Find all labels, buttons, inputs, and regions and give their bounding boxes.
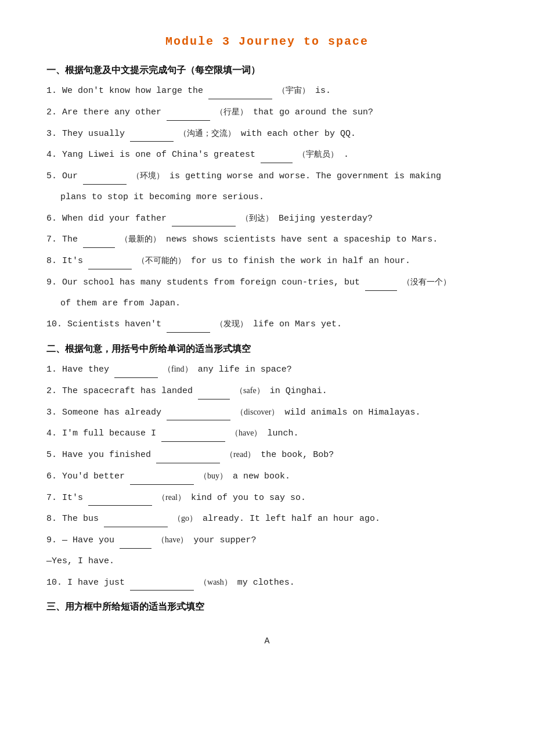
q1-8-num: 8. It's	[46, 256, 88, 266]
q1-8-hint: （不可能的）	[137, 256, 186, 265]
q2-7-blank[interactable]	[88, 489, 152, 506]
q1-3-num: 3. They usually	[46, 129, 130, 139]
q1-4-blank[interactable]	[261, 146, 293, 163]
q1-6-after: Beijing yesterday?	[279, 214, 373, 224]
q1-6-num: 6. When did your father	[46, 214, 167, 224]
q2-4-after: lunch.	[268, 429, 299, 438]
q1-8: 8. It's （不可能的） for us to finish the work…	[46, 253, 488, 269]
q2-3: 3. Someone has already （discover） wild a…	[46, 404, 488, 421]
q1-8-blank[interactable]	[88, 253, 132, 269]
q1-7-blank[interactable]	[83, 231, 115, 248]
q1-2: 2. Are there any other （行星） that go arou…	[46, 104, 488, 121]
q2-8-after: already. It left half an hour ago.	[203, 514, 380, 524]
q1-1-hint: （宇宙）	[277, 86, 310, 95]
q2-9-blank[interactable]	[120, 532, 151, 549]
q1-5-num: 5. Our	[46, 171, 83, 181]
q1-10-num: 10. Scientists haven't	[46, 319, 167, 329]
q2-3-blank[interactable]	[167, 404, 230, 421]
section1-questions: 1. We don't know how large the （宇宙） is. …	[46, 82, 488, 333]
q2-10: 10. I have just （wash） my clothes.	[46, 574, 488, 591]
q1-9: 9. Our school has many students from for…	[46, 274, 488, 291]
q2-7-text: 7. It's	[46, 493, 88, 503]
q2-6-text: 6. You'd better	[46, 471, 130, 481]
q1-1-after: is.	[315, 86, 331, 96]
q2-6-blank[interactable]	[130, 468, 194, 485]
section1-header: 一、根据句意及中文提示完成句子（每空限填一词）	[46, 64, 488, 77]
q1-3-after: with each other by QQ.	[241, 129, 356, 139]
q2-8: 8. The bus （go） already. It left half an…	[46, 510, 488, 527]
q1-10-blank[interactable]	[167, 316, 210, 333]
q1-9-cont: of them are from Japan.	[60, 296, 488, 312]
q2-5-text: 5. Have you finished	[46, 450, 156, 460]
q2-9-hint: （have）	[157, 535, 188, 544]
section2-header: 二、根据句意，用括号中所给单词的适当形式填空	[46, 343, 488, 355]
q1-10-after: life on Mars yet.	[253, 319, 342, 329]
q2-5: 5. Have you finished （read） the book, Bo…	[46, 447, 488, 463]
section3-header: 三、用方框中所给短语的适当形式填空	[46, 601, 488, 613]
q1-10: 10. Scientists haven't （发现） life on Mars…	[46, 316, 488, 333]
q1-4-hint: （宇航员）	[298, 150, 338, 159]
page-footer: A	[46, 636, 488, 646]
q1-3: 3. They usually （沟通；交流） with each other …	[46, 125, 488, 142]
q2-1-text: 1. Have they	[46, 365, 114, 375]
page-title: Module 3 Journey to space	[46, 35, 488, 48]
q1-8-after: for us to finish the work in half an hou…	[191, 256, 410, 266]
q2-7: 7. It's （real） kind of you to say so.	[46, 489, 488, 506]
q2-9b-text: —Yes, I have.	[46, 556, 114, 566]
q2-1-after: any life in space?	[198, 365, 292, 375]
q2-10-after: my clothes.	[237, 578, 295, 588]
q2-8-hint: （go）	[173, 514, 197, 523]
q1-2-hint: （行星）	[215, 107, 248, 116]
q1-9-num: 9. Our school has many students from for…	[46, 278, 360, 287]
q2-3-after: wild animals on Himalayas.	[285, 408, 421, 417]
q2-5-blank[interactable]	[156, 447, 220, 463]
q1-6-hint: （到达）	[241, 214, 273, 222]
q2-9-text: 9. — Have you	[46, 535, 120, 545]
q1-3-blank[interactable]	[130, 125, 174, 142]
q2-2-hint: （safe）	[235, 386, 265, 395]
q2-2-after: in Qinghai.	[270, 386, 327, 396]
q2-4: 4. I'm full because I （have） lunch.	[46, 425, 488, 442]
q1-5-blank[interactable]	[83, 168, 127, 185]
q1-7: 7. The （最新的） news shows scientists have …	[46, 231, 488, 248]
q2-6: 6. You'd better （buy） a new book.	[46, 468, 488, 485]
q2-1-hint: （find）	[163, 365, 193, 373]
q1-5: 5. Our （环境） is getting worse and worse. …	[46, 168, 488, 185]
q2-7-after: kind of you to say so.	[191, 493, 306, 503]
q1-9-hint: （没有一个）	[402, 278, 451, 286]
q1-1: 1. We don't know how large the （宇宙） is.	[46, 82, 488, 99]
q2-6-hint: （buy）	[199, 471, 228, 480]
q2-4-text: 4. I'm full because I	[46, 429, 161, 438]
q2-10-hint: （wash）	[199, 578, 232, 586]
q2-1-blank[interactable]	[114, 361, 158, 378]
q2-8-blank[interactable]	[104, 510, 168, 527]
q1-5-cont: plans to stop it becoming more serious.	[60, 189, 488, 206]
q2-3-hint: （discover）	[236, 408, 279, 416]
q1-5-after: is getting worse and worse. The governme…	[169, 171, 441, 181]
q1-4-num: 4. Yang Liwei is one of China's greatest	[46, 150, 261, 160]
q1-6: 6. When did your father （到达） Beijing yes…	[46, 210, 488, 227]
q1-6-blank[interactable]	[172, 210, 236, 227]
section2-questions: 1. Have they （find） any life in space? 2…	[46, 361, 488, 591]
q2-4-blank[interactable]	[161, 425, 225, 442]
q1-1-num: 1. We don't know how large the	[46, 86, 203, 96]
q2-2-blank[interactable]	[198, 383, 230, 399]
q2-9b: —Yes, I have.	[46, 553, 488, 570]
q2-8-text: 8. The bus	[46, 514, 104, 524]
q1-7-hint: （最新的）	[120, 235, 161, 243]
q2-7-hint: （real）	[157, 493, 186, 502]
q1-5-cont-text: plans to stop it becoming more serious.	[60, 192, 264, 202]
q1-4-after: .	[344, 150, 349, 160]
q1-1-blank[interactable]	[208, 82, 272, 99]
q2-3-text: 3. Someone has already	[46, 408, 167, 417]
q1-7-num: 7. The	[46, 235, 78, 244]
q1-5-hint: （环境）	[132, 171, 164, 180]
q2-6-after: a new book.	[233, 471, 290, 481]
q1-2-blank[interactable]	[167, 104, 210, 121]
q1-9-blank[interactable]	[365, 274, 397, 291]
q2-9: 9. — Have you （have） your supper?	[46, 532, 488, 549]
q1-7-after: news shows scientists have sent a spaces…	[166, 235, 438, 244]
q1-2-after: that go around the sun?	[253, 107, 373, 117]
q2-10-blank[interactable]	[130, 574, 194, 591]
q2-4-hint: （have）	[230, 429, 262, 437]
